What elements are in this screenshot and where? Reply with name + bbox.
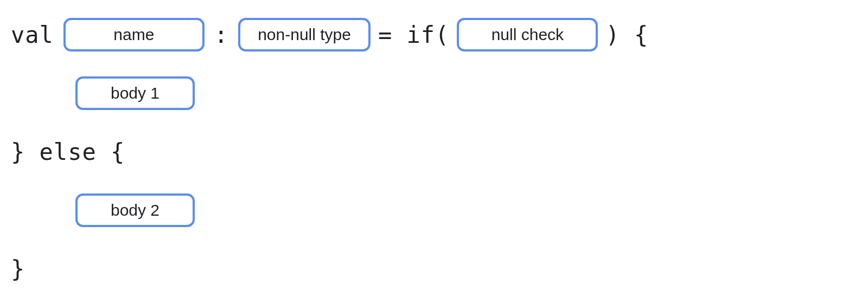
syntax-line-4: body 2 bbox=[11, 181, 857, 240]
placeholder-name: name bbox=[63, 18, 205, 51]
placeholder-null-check: null check bbox=[457, 18, 598, 51]
syntax-line-2: body 1 bbox=[11, 64, 857, 122]
syntax-line-5: } bbox=[11, 240, 857, 297]
placeholder-body-2: body 2 bbox=[75, 193, 195, 227]
token-close-brace-else-open-brace: } else { bbox=[11, 139, 125, 165]
placeholder-body-1: body 1 bbox=[75, 76, 195, 110]
token-close-brace: } bbox=[11, 256, 25, 282]
keyword-val: val bbox=[11, 22, 54, 48]
placeholder-non-null-type: non-null type bbox=[238, 18, 371, 51]
syntax-line-1: val name : non-null type = if( null chec… bbox=[11, 5, 857, 64]
token-colon: : bbox=[214, 22, 228, 48]
syntax-line-3: } else { bbox=[11, 122, 857, 181]
token-close-paren-open-brace: ) { bbox=[605, 22, 648, 48]
token-equals-if-open-paren: = if( bbox=[378, 22, 449, 48]
